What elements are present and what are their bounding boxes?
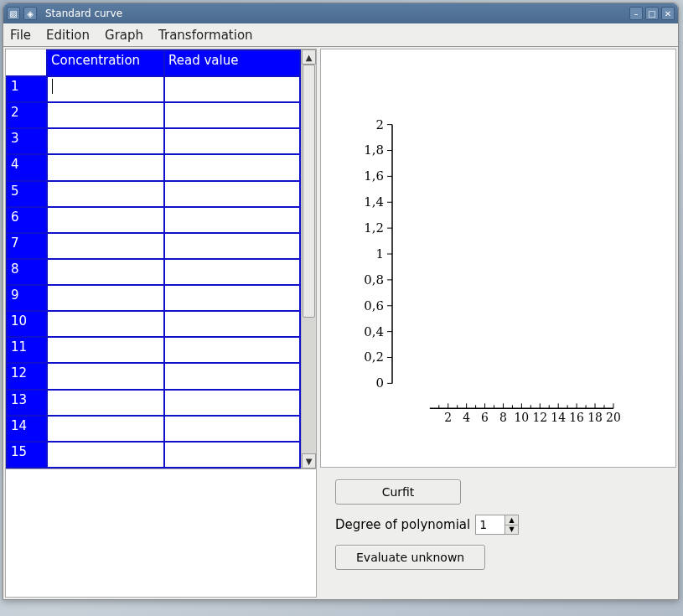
svg-text:0,6: 0,6 bbox=[364, 298, 384, 313]
menu-edition[interactable]: Edition bbox=[46, 28, 90, 43]
maximize-button[interactable]: □ bbox=[645, 7, 659, 20]
scroll-thumb[interactable] bbox=[303, 65, 315, 318]
svg-text:0,8: 0,8 bbox=[364, 272, 384, 287]
row-number[interactable]: 1 bbox=[7, 76, 47, 102]
svg-text:1,4: 1,4 bbox=[364, 194, 384, 210]
row-number[interactable]: 15 bbox=[7, 442, 47, 468]
row-number[interactable]: 4 bbox=[7, 154, 47, 180]
cell-concentration[interactable] bbox=[47, 181, 164, 207]
table-row[interactable]: 11 bbox=[7, 337, 300, 363]
table-row[interactable]: 13 bbox=[7, 390, 300, 416]
cell-concentration[interactable] bbox=[47, 390, 164, 416]
degree-input[interactable] bbox=[476, 515, 504, 534]
chart-area: 00,20,40,60,811,21,41,61,822468101214161… bbox=[320, 49, 676, 468]
row-number[interactable]: 3 bbox=[7, 128, 47, 154]
menu-file[interactable]: File bbox=[10, 28, 31, 43]
row-number[interactable]: 13 bbox=[7, 390, 47, 416]
col-read-value[interactable]: Read value bbox=[164, 50, 300, 76]
cell-read-value[interactable] bbox=[164, 154, 300, 180]
table-row[interactable]: 14 bbox=[7, 416, 300, 442]
table-row[interactable]: 3 bbox=[7, 128, 300, 154]
table-row[interactable]: 4 bbox=[7, 154, 300, 180]
row-number[interactable]: 8 bbox=[7, 259, 47, 285]
row-number[interactable]: 11 bbox=[7, 337, 47, 363]
cell-concentration[interactable] bbox=[47, 76, 164, 102]
scroll-down-icon[interactable]: ▼ bbox=[302, 453, 316, 468]
svg-text:2: 2 bbox=[376, 117, 385, 132]
cell-read-value[interactable] bbox=[164, 390, 300, 416]
svg-text:2: 2 bbox=[444, 411, 452, 424]
table-row[interactable]: 2 bbox=[7, 102, 300, 128]
svg-text:1,2: 1,2 bbox=[364, 220, 384, 236]
svg-text:1,8: 1,8 bbox=[364, 142, 384, 158]
table-row[interactable]: 5 bbox=[7, 181, 300, 207]
sticky-icon[interactable]: ◈ bbox=[23, 7, 37, 20]
titlebar[interactable]: ▧ ◈ Standard curve – □ ✕ bbox=[3, 3, 678, 23]
cell-read-value[interactable] bbox=[164, 128, 300, 154]
table-row[interactable]: 15 bbox=[7, 442, 300, 468]
cell-concentration[interactable] bbox=[47, 207, 164, 233]
cell-read-value[interactable] bbox=[164, 259, 300, 285]
spin-up-icon[interactable]: ▲ bbox=[504, 515, 518, 525]
app-menu-icon[interactable]: ▧ bbox=[7, 7, 20, 20]
data-table[interactable]: Concentration Read value 123456789101112… bbox=[6, 49, 301, 468]
cell-concentration[interactable] bbox=[47, 337, 164, 363]
minimize-button[interactable]: – bbox=[629, 7, 643, 20]
cell-concentration[interactable] bbox=[47, 311, 164, 337]
table-row[interactable]: 8 bbox=[7, 259, 300, 285]
row-number[interactable]: 6 bbox=[7, 207, 47, 233]
row-number[interactable]: 5 bbox=[7, 181, 47, 207]
cell-read-value[interactable] bbox=[164, 337, 300, 363]
col-concentration[interactable]: Concentration bbox=[47, 50, 164, 76]
menu-graph[interactable]: Graph bbox=[105, 28, 143, 43]
table-row[interactable]: 10 bbox=[7, 311, 300, 337]
cell-read-value[interactable] bbox=[164, 363, 300, 389]
svg-text:8: 8 bbox=[499, 411, 507, 424]
evaluate-button[interactable]: Evaluate unknown bbox=[335, 545, 485, 570]
cell-concentration[interactable] bbox=[47, 128, 164, 154]
cell-concentration[interactable] bbox=[47, 259, 164, 285]
table-row[interactable]: 9 bbox=[7, 285, 300, 311]
cell-read-value[interactable] bbox=[164, 76, 300, 102]
spin-down-icon[interactable]: ▼ bbox=[504, 525, 518, 535]
right-pane: 00,20,40,60,811,21,41,61,822468101214161… bbox=[320, 49, 676, 598]
cell-read-value[interactable] bbox=[164, 207, 300, 233]
svg-text:12: 12 bbox=[532, 411, 547, 424]
cell-read-value[interactable] bbox=[164, 102, 300, 128]
table-row[interactable]: 7 bbox=[7, 233, 300, 259]
degree-spinner[interactable]: ▲ ▼ bbox=[475, 515, 519, 535]
row-number[interactable]: 10 bbox=[7, 311, 47, 337]
cell-read-value[interactable] bbox=[164, 416, 300, 442]
table-wrap: Concentration Read value 123456789101112… bbox=[6, 49, 316, 468]
svg-text:0,2: 0,2 bbox=[364, 350, 384, 365]
left-bottom-panel bbox=[6, 468, 316, 597]
row-number[interactable]: 7 bbox=[7, 233, 47, 259]
cell-concentration[interactable] bbox=[47, 442, 164, 468]
curfit-button[interactable]: Curfit bbox=[335, 479, 461, 505]
cell-concentration[interactable] bbox=[47, 416, 164, 442]
table-scrollbar[interactable]: ▲ ▼ bbox=[301, 49, 316, 468]
svg-text:1: 1 bbox=[376, 246, 385, 261]
cell-read-value[interactable] bbox=[164, 311, 300, 337]
cell-concentration[interactable] bbox=[47, 363, 164, 389]
cell-concentration[interactable] bbox=[47, 285, 164, 311]
menu-transformation[interactable]: Transformation bbox=[158, 28, 253, 43]
cell-read-value[interactable] bbox=[164, 181, 300, 207]
row-number[interactable]: 9 bbox=[7, 285, 47, 311]
cell-concentration[interactable] bbox=[47, 102, 164, 128]
cell-concentration[interactable] bbox=[47, 154, 164, 180]
close-button[interactable]: ✕ bbox=[661, 7, 675, 20]
cell-read-value[interactable] bbox=[164, 233, 300, 259]
cell-concentration[interactable] bbox=[47, 233, 164, 259]
table-row[interactable]: 1 bbox=[7, 76, 300, 102]
cell-read-value[interactable] bbox=[164, 285, 300, 311]
table-row[interactable]: 12 bbox=[7, 363, 300, 389]
row-number[interactable]: 2 bbox=[7, 102, 47, 128]
svg-text:10: 10 bbox=[515, 411, 530, 424]
cell-read-value[interactable] bbox=[164, 442, 300, 468]
scroll-up-icon[interactable]: ▲ bbox=[302, 49, 316, 65]
row-number[interactable]: 14 bbox=[7, 416, 47, 442]
svg-text:18: 18 bbox=[587, 411, 603, 424]
row-number[interactable]: 12 bbox=[7, 363, 47, 389]
table-row[interactable]: 6 bbox=[7, 207, 300, 233]
